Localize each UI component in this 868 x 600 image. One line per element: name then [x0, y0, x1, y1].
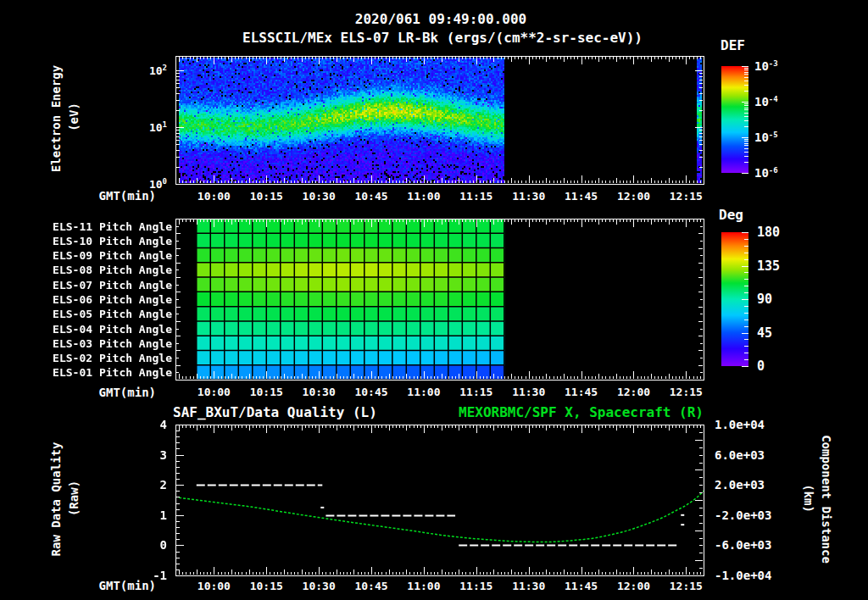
pitch-row-label: ELS-07 Pitch Angle	[53, 279, 172, 290]
pitch-row-label: ELS-08 Pitch Angle	[53, 264, 172, 275]
pitch-row-label: ELS-10 Pitch Angle	[53, 235, 172, 246]
quality-distance-panel	[173, 422, 706, 578]
time-tick-label: 10:45	[354, 581, 387, 592]
energy-ylabel-unit: (eV)	[68, 103, 80, 131]
time-tick-label: 10:15	[250, 581, 283, 592]
distance-ytick-label: -1.0e+04	[715, 569, 771, 581]
energy-ytick-label: 101	[149, 121, 167, 133]
quality-title-left: SAF_BXuT/Data Quality (L)	[173, 406, 377, 419]
time-tick-label: 12:00	[617, 581, 650, 592]
time-tick-label: 11:15	[459, 191, 492, 202]
time-tick-label: 10:15	[250, 386, 283, 397]
time-tick-label: 11:00	[407, 386, 440, 397]
time-tick-label: 12:15	[670, 191, 703, 202]
pitch-angle-panel	[173, 216, 706, 382]
time-tick-label: 12:15	[670, 386, 703, 397]
time-tick-label: 10:30	[303, 581, 336, 592]
def-colorbar-tick-label: 10-3	[754, 60, 778, 73]
pitch-row-label: ELS-05 Pitch Angle	[53, 308, 172, 319]
pitch-row-label: ELS-09 Pitch Angle	[53, 250, 172, 261]
deg-colorbar-tick-label: 90	[757, 293, 772, 306]
energy-ylabel: Electron Energy	[50, 65, 62, 172]
quality-title-right: MEXORBMC/SPF X, Spacecraft (R)	[459, 406, 704, 419]
energy-ytick-label: 100	[149, 178, 167, 190]
time-tick-label: 10:30	[303, 386, 336, 397]
time-tick-label: 12:00	[617, 191, 650, 202]
quality-ytick-label: 2	[160, 479, 167, 491]
quality-ytick-label: -1	[153, 569, 167, 581]
time-tick-label: 10:30	[303, 191, 336, 202]
def-colorbar-tick-label: 10-4	[754, 96, 778, 108]
quality-ytick-label: 0	[160, 539, 167, 551]
time-tick-label: 11:30	[512, 386, 545, 397]
quality-ytick-label: 4	[160, 419, 167, 431]
time-tick-label: 10:00	[198, 191, 231, 202]
pitch-row-label: ELS-01 Pitch Angle	[53, 367, 172, 378]
time-tick-label: 10:45	[354, 191, 387, 202]
els-quicklook-screen: 2020/061 09:49:00.000 ELSSCIL/MEx ELS-07…	[0, 0, 868, 600]
time-tick-label: 12:00	[617, 386, 650, 397]
distance-ytick-label: -6.0e+03	[715, 539, 771, 551]
energy-ytick-label: 102	[149, 64, 167, 76]
pitch-row-label: ELS-11 Pitch Angle	[53, 220, 172, 231]
deg-colorbar-tick-label: 135	[757, 259, 780, 272]
time-tick-label: 12:15	[670, 581, 703, 592]
def-colorbar-tick-label: 10-6	[754, 167, 778, 180]
pitch-row-label: ELS-06 Pitch Angle	[53, 294, 172, 305]
distance-ytick-label: 1.0e+04	[715, 419, 765, 431]
quality-ytick-label: 1	[160, 509, 167, 521]
page-title-instrument: ELSSCIL/MEx ELS-07 LR-Bk (ergs/(cm**2-sr…	[242, 31, 643, 45]
quality-ytick-label: 3	[160, 449, 167, 461]
deg-colorbar-tick-label: 45	[757, 326, 772, 339]
time-tick-label: 10:15	[250, 191, 283, 202]
time-tick-label: 10:00	[198, 386, 231, 397]
pitch-row-label: ELS-02 Pitch Angle	[53, 353, 172, 364]
def-colorbar-title: DEF	[721, 39, 745, 53]
quality-ylabel: Raw Data Quality	[50, 442, 62, 557]
distance-ylabel-unit: (km)	[803, 484, 815, 513]
pitch-row-label: ELS-04 Pitch Angle	[53, 323, 172, 334]
gmt-axis-label-quality: GMT(min)	[99, 580, 156, 592]
spectrogram-panel	[173, 53, 706, 186]
time-tick-label: 10:45	[354, 386, 387, 397]
def-colorbar	[721, 65, 749, 174]
deg-colorbar-title: Deg	[719, 208, 743, 222]
def-colorbar-tick-label: 10-5	[754, 131, 778, 144]
time-tick-label: 10:00	[198, 581, 231, 592]
gmt-axis-label-spectrogram: GMT(min)	[99, 190, 156, 202]
time-tick-label: 11:30	[512, 581, 545, 592]
time-tick-label: 11:30	[512, 191, 545, 202]
distance-ytick-label: 2.0e+03	[715, 479, 765, 491]
time-tick-label: 11:45	[565, 581, 598, 592]
deg-colorbar	[721, 231, 749, 367]
pitch-row-label: ELS-03 Pitch Angle	[53, 337, 172, 348]
time-tick-label: 11:00	[407, 191, 440, 202]
time-tick-label: 11:15	[459, 386, 492, 397]
distance-ylabel: Component Distance	[821, 435, 832, 564]
quality-ylabel-unit: (Raw)	[68, 481, 80, 516]
deg-colorbar-tick-label: 0	[757, 360, 765, 373]
time-tick-label: 11:15	[459, 581, 492, 592]
distance-ytick-label: 6.0e+03	[715, 449, 765, 461]
deg-colorbar-tick-label: 180	[757, 226, 780, 239]
page-title-timestamp: 2020/061 09:49:00.000	[355, 13, 526, 26]
time-tick-label: 11:45	[565, 191, 598, 202]
distance-ytick-label: -2.0e+03	[715, 509, 771, 521]
time-tick-label: 11:00	[407, 581, 440, 592]
time-tick-label: 11:45	[565, 386, 598, 397]
gmt-axis-label-pitch: GMT(min)	[99, 386, 156, 398]
